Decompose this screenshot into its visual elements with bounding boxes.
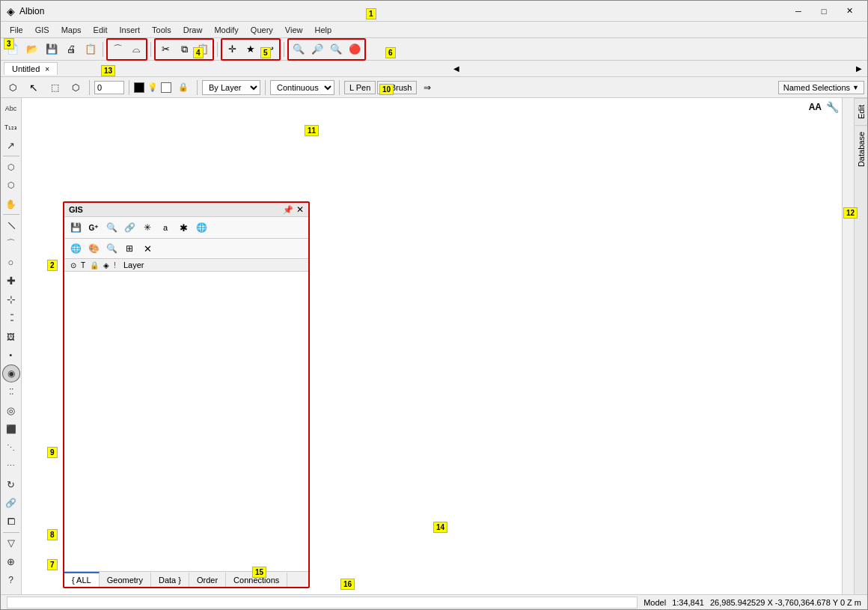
crosshair-btn[interactable]: ✚ [2,272,20,290]
polygon-select-tool[interactable]: ⬡ [67,79,85,97]
tab-next-arrow[interactable]: ▶ [854,64,864,74]
number-tool-btn[interactable]: T₁₂₃ [1,118,21,136]
color-toggle[interactable]: 💡 [147,82,158,92]
foreground-color[interactable] [134,82,144,93]
move-button[interactable]: ✛ [223,40,241,58]
gis-link-btn[interactable]: 🔗 [121,219,138,236]
menu-help[interactable]: Help [308,24,337,36]
minimize-button[interactable]: ─ [786,3,810,19]
filter-btn[interactable]: ▽ [2,534,20,552]
print-button[interactable]: 🖨 [62,40,80,58]
tab-untitled[interactable]: Untitled × [4,62,58,75]
menu-tools[interactable]: Tools [146,24,177,36]
wrench-icon[interactable]: 🔧 [826,101,839,113]
gis-asterisk-btn[interactable]: ✱ [175,219,192,236]
gis-add-btn[interactable]: G⁺ [85,219,102,236]
tab-close-icon[interactable]: × [45,65,49,73]
zoom-window-button[interactable]: 🔍 [290,40,308,58]
dots-btn[interactable]: ⁚⁚ [2,309,20,327]
scatter-btn[interactable]: ⁚⁚ [2,383,20,401]
link-btn[interactable]: 🔗 [2,494,20,512]
undo-button[interactable]: ↩ [260,40,278,58]
gis-delete-btn[interactable]: ✕ [139,240,156,257]
maximize-button[interactable]: □ [812,3,836,19]
layers-btn[interactable]: ⧠ [2,513,20,531]
menu-draw[interactable]: Draw [177,24,209,36]
right-tab-edit[interactable]: Edit [855,98,867,125]
gis-color-btn[interactable]: 🎨 [85,240,102,257]
lasso-tool-btn[interactable]: ⬡ [2,177,20,195]
pan-tool-btn[interactable]: ✋ [2,195,20,213]
select-arrow-tool[interactable]: ⬡ [4,79,22,97]
circle-tool-btn[interactable]: ○ [2,254,20,272]
fill-btn[interactable]: ▪ [2,347,20,365]
open-button[interactable]: 📂 [23,40,41,58]
menu-maps[interactable]: Maps [55,24,88,36]
gis-text-btn[interactable]: a [157,219,174,236]
tool-square-btn[interactable]: ⬛ [2,420,20,438]
copy-button[interactable]: ⧉ [175,40,193,58]
point-btn[interactable]: ⊹ [2,290,20,308]
aa-label[interactable]: AA [809,102,822,112]
menu-query[interactable]: Query [245,24,279,36]
cut-button[interactable]: ✂ [156,40,174,58]
diagonal-arrow-btn[interactable]: ↗ [2,136,20,154]
status-input[interactable] [7,597,638,609]
zoom3-button[interactable]: 🔍 [327,40,345,58]
linetype-dropdown[interactable]: Continuous Dashed Dotted [270,80,334,95]
paste-button[interactable]: 📋 [194,40,212,58]
arc1-button[interactable]: ⌒ [109,40,126,58]
menu-file[interactable]: File [4,24,29,36]
menu-edit[interactable]: Edit [88,24,114,36]
gis-tab-data[interactable]: Data } [151,572,189,587]
zoom-tb-btn[interactable]: ⊕ [2,553,20,571]
gis-tab-order[interactable]: Order [189,572,226,587]
gis-tab-all[interactable]: { ALL [64,572,100,587]
brush-extra[interactable]: ⇒ [418,79,436,97]
gis-panel-close[interactable]: ✕ [296,204,304,215]
zoom2-button[interactable]: 🔎 [308,40,326,58]
gis-content[interactable] [64,272,308,571]
menu-modify[interactable]: Modify [208,24,244,36]
tool-dots-btn[interactable]: ⋱ [2,439,20,457]
pen-button[interactable]: L Pen [344,81,376,94]
menu-view[interactable]: View [279,24,309,36]
by-layer-dropdown[interactable]: By Layer By Block By Object [202,80,260,95]
color-lock[interactable]: 🔒 [174,79,192,97]
gis-save-btn[interactable]: 💾 [67,219,84,236]
rect-select-tool[interactable]: ⬚ [46,79,64,97]
select-tool-btn[interactable]: ⬡ [2,158,20,176]
close-button[interactable]: ✕ [837,3,861,19]
arc2-button[interactable]: ⌓ [127,40,145,58]
gradient-btn[interactable]: ◉ [2,365,20,382]
new-button[interactable]: 📄 [4,40,22,58]
menu-insert[interactable]: Insert [114,24,147,36]
help-btn[interactable]: ? [2,571,20,589]
menu-gis[interactable]: GIS [29,24,55,36]
select-arrow2-tool[interactable]: ↖ [25,79,43,97]
named-selections-button[interactable]: Named Selections ▼ [778,81,864,94]
zoom-red-button[interactable]: 🔴 [346,40,364,58]
save-button[interactable]: 💾 [43,40,61,58]
sel-circle-btn[interactable]: ◎ [2,402,20,420]
tab-prev-arrow[interactable]: ◀ [451,64,462,74]
gis-sun-btn[interactable]: ✳ [139,219,156,236]
background-color[interactable] [161,82,171,93]
gis-search-btn[interactable]: 🔍 [103,219,120,236]
brush-button[interactable]: E Brush [377,81,417,94]
right-tab-database[interactable]: Database [855,125,867,173]
gis-panel-pin[interactable]: 📌 [283,205,293,215]
layer-input[interactable]: 0 [94,81,124,94]
canvas-scrollbar[interactable] [842,98,854,609]
star-button[interactable]: ★ [242,40,260,58]
rotate-btn[interactable]: ↻ [2,476,20,494]
text-tool-btn[interactable]: Abc [1,100,21,118]
gis-globe2-btn[interactable]: 🌐 [193,219,210,236]
gis-tab-connections[interactable]: Connections [226,572,287,587]
tool-chain-btn[interactable]: ⋯ [2,457,20,475]
line-tool-btn[interactable]: | [1,213,22,238]
gis-zoom2-btn[interactable]: 🔍 [103,240,120,257]
gis-table-btn[interactable]: ⊞ [121,240,138,257]
image-btn[interactable]: 🖼 [2,328,20,346]
gis-globe-btn[interactable]: 🌐 [67,240,84,257]
